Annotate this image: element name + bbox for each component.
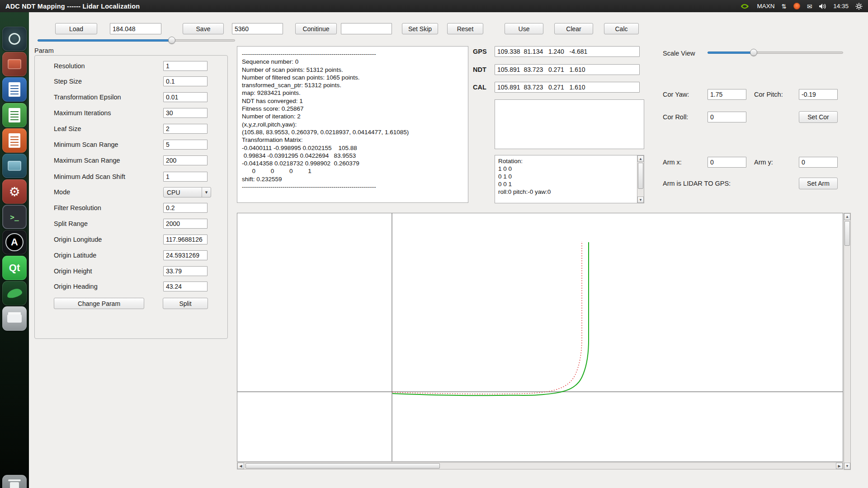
gps-value-field[interactable] — [495, 46, 640, 57]
cor-yaw-label: Cor Yaw: — [663, 89, 689, 100]
scale-view-slider[interactable] — [708, 49, 843, 56]
scroll-up-icon[interactable]: ▲ — [637, 155, 644, 162]
arm-x-label: Arm x: — [663, 157, 682, 168]
param-label-maximum-iterations: Maximum Iterations — [54, 108, 111, 118]
param-field-step-size[interactable] — [163, 76, 208, 86]
slider-handle[interactable] — [168, 37, 175, 44]
map-viewport[interactable] — [237, 213, 843, 462]
continue-button[interactable]: Conitinue — [295, 23, 337, 34]
cal-label: CAL — [473, 82, 486, 93]
scroll-down-icon[interactable]: ▼ — [844, 463, 850, 469]
change-param-button[interactable]: Change Param — [54, 298, 144, 309]
set-cor-button[interactable]: Set Cor — [799, 111, 838, 123]
param-label-filter-resolution: Filter Resolution — [54, 203, 101, 213]
param-label-origin-latitude: Origin Latitude — [54, 250, 96, 260]
launcher-icon-calc[interactable] — [2, 103, 27, 127]
slider-handle[interactable] — [750, 49, 757, 56]
param-label-mode: Mode — [54, 187, 70, 197]
param-field-minimum-scan-range[interactable] — [163, 140, 208, 150]
launcher-icon-system-settings[interactable] — [2, 27, 27, 51]
launcher-icon-trash[interactable] — [2, 475, 27, 488]
trajectory-svg — [237, 213, 843, 461]
desktop: ADC NDT Mapping ------ Lidar Localizatio… — [0, 0, 868, 488]
launcher-icon-impress[interactable] — [2, 128, 27, 153]
network-arrows-icon[interactable]: ⇅ — [782, 3, 787, 10]
ring-icon — [9, 33, 20, 45]
plot-vertical-scrollbar[interactable]: ▲ ▼ — [844, 213, 851, 470]
param-field-origin-latitude[interactable] — [163, 250, 208, 260]
ndt-value-field[interactable] — [495, 64, 640, 75]
clock[interactable]: 14:35 — [833, 3, 849, 9]
mail-icon[interactable]: ✉ — [807, 3, 812, 10]
calc-button[interactable]: Calc — [604, 23, 639, 34]
progress-slider[interactable] — [38, 37, 235, 44]
launcher-icon-boxes[interactable] — [2, 154, 27, 178]
mode-select[interactable]: CPU ▾ — [163, 187, 211, 197]
reset-button[interactable]: Reset — [447, 23, 483, 34]
param-label-transformation-epsilon: Transformation Epsilon — [54, 92, 121, 102]
set-skip-button[interactable]: Set Skip — [402, 23, 438, 34]
scrollbar-thumb[interactable] — [245, 463, 440, 469]
cor-roll-label: Cor Roll: — [663, 112, 688, 122]
scroll-up-icon[interactable]: ▲ — [844, 213, 850, 220]
scale-view-label: Scale View — [663, 48, 695, 58]
set-arm-button[interactable]: Set Arm — [799, 178, 838, 189]
launcher-icon-qt-creator[interactable]: Qt — [2, 256, 27, 280]
param-field-split-range[interactable] — [163, 219, 208, 229]
param-field-leaf-size[interactable] — [163, 124, 208, 134]
scroll-right-icon[interactable]: ▶ — [836, 463, 843, 469]
use-button[interactable]: Use — [505, 23, 543, 34]
launcher-icon-green-app[interactable] — [2, 281, 27, 305]
launcher-icon-a-application[interactable]: A — [2, 230, 27, 254]
arm-x-field[interactable] — [708, 157, 746, 168]
split-button[interactable]: Split — [163, 298, 208, 309]
launcher-icon-scanner[interactable] — [2, 306, 27, 331]
skip-value-field[interactable] — [341, 23, 392, 34]
rotation-output[interactable]: Rotation: 1 0 0 0 1 0 0 0 1 roll:0 pitch… — [495, 155, 644, 203]
param-label-step-size: Step Size — [54, 76, 82, 86]
scrollbar-thumb[interactable] — [844, 221, 850, 246]
window-title: ADC NDT Mapping ------ Lidar Localizatio… — [5, 3, 140, 10]
cal-value-field[interactable] — [495, 82, 640, 93]
cor-yaw-field[interactable] — [708, 89, 746, 100]
param-label-minimum-add-scan-shift: Minimum Add Scan Shift — [54, 172, 125, 182]
load-value-field[interactable] — [110, 23, 161, 34]
dragon-icon — [6, 287, 23, 299]
qt-logo-icon: Qt — [9, 262, 20, 274]
gpu-mode-label[interactable]: MAXN — [757, 3, 775, 9]
param-field-origin-longitude[interactable] — [163, 235, 208, 244]
param-field-transformation-epsilon[interactable] — [163, 92, 208, 102]
volume-icon[interactable] — [819, 3, 826, 9]
cor-pitch-field[interactable] — [799, 89, 838, 100]
clear-button[interactable]: Clear — [554, 23, 593, 34]
param-field-maximum-scan-range[interactable] — [163, 155, 208, 165]
update-indicator-icon[interactable] — [793, 3, 800, 9]
param-field-resolution[interactable] — [163, 61, 208, 71]
save-button[interactable]: Save — [183, 23, 224, 34]
box-icon — [8, 59, 21, 69]
slider-fill — [38, 39, 172, 42]
chevron-down-icon: ▾ — [202, 188, 211, 197]
nvidia-icon[interactable] — [741, 3, 750, 9]
cor-roll-field[interactable] — [708, 112, 746, 122]
launcher-icon-terminal[interactable]: >_ — [2, 205, 27, 229]
rotation-scrollbar[interactable]: ▲ ▼ — [637, 155, 644, 203]
launcher-icon-writer[interactable] — [2, 77, 27, 102]
param-field-filter-resolution[interactable] — [163, 203, 208, 213]
scanner-icon — [7, 314, 22, 323]
launcher-icon-system-tools[interactable]: ⚙ — [2, 179, 27, 204]
param-field-maximum-iterations[interactable] — [163, 108, 208, 118]
plot-horizontal-scrollbar[interactable]: ◀ ▶ — [237, 462, 843, 469]
save-value-field[interactable] — [232, 23, 283, 34]
param-field-origin-heading[interactable] — [163, 282, 208, 291]
scroll-left-icon[interactable]: ◀ — [237, 463, 244, 469]
scrollbar-thumb[interactable] — [638, 163, 643, 189]
session-gear-icon[interactable] — [855, 3, 863, 10]
arm-y-field[interactable] — [799, 157, 838, 168]
param-field-minimum-add-scan-shift[interactable] — [163, 172, 208, 182]
load-button[interactable]: Load — [55, 23, 97, 34]
scroll-down-icon[interactable]: ▼ — [637, 197, 644, 203]
log-output[interactable]: ----------------------------------------… — [237, 46, 468, 203]
param-field-origin-height[interactable] — [163, 266, 208, 276]
launcher-icon-package-manager[interactable] — [2, 52, 27, 76]
